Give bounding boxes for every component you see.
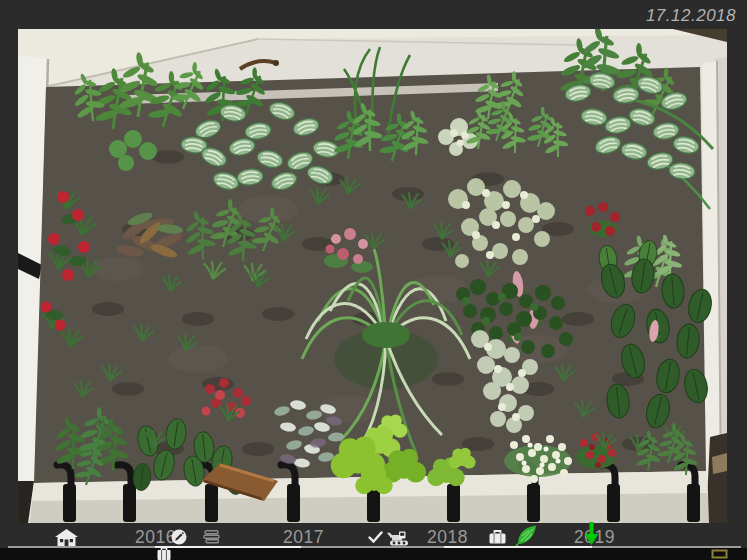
timeline-bottom-bar <box>0 548 747 560</box>
briefcase-icon[interactable] <box>489 529 506 544</box>
photo-date-overlay: 17.12.2018 <box>646 6 736 26</box>
frame-icon[interactable] <box>711 549 728 559</box>
leaf-icon[interactable] <box>515 524 538 546</box>
excavator-icon[interactable] <box>386 529 410 546</box>
edit-icon[interactable] <box>171 529 187 545</box>
suitcase-icon[interactable] <box>157 547 171 560</box>
timeline-track[interactable] <box>8 546 741 548</box>
plant-wall-photo <box>18 29 727 523</box>
photo[interactable] <box>18 29 727 523</box>
position-arrow-icon[interactable] <box>584 522 599 546</box>
books-icon[interactable] <box>203 530 221 544</box>
check-icon[interactable] <box>368 531 383 543</box>
timeline-highlight-segment-1 <box>155 546 301 548</box>
timeline-year-2018[interactable]: 2018 <box>427 527 468 548</box>
home-icon[interactable] <box>55 529 78 546</box>
photo-viewer-app: { "app": { "background": "#2b2b2b" }, "o… <box>0 0 747 560</box>
timeline-year-2016[interactable]: 2016 <box>135 527 176 548</box>
timeline-year-2017[interactable]: 2017 <box>283 527 324 548</box>
